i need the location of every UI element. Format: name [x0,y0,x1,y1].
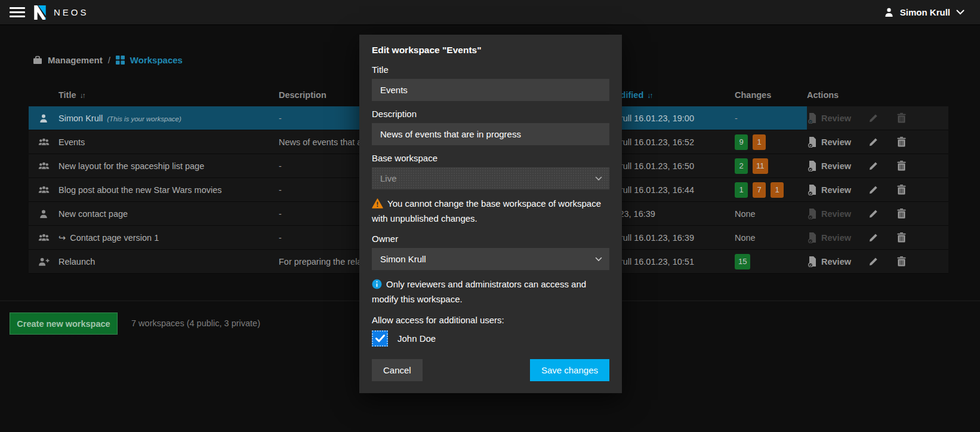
edit-button[interactable] [868,161,879,171]
group-icon [38,137,50,147]
owner-info-note: Only reviewers and administrators can ac… [372,277,609,307]
cancel-button[interactable]: Cancel [372,359,423,381]
workspace-title: Blog post about the new Star Wars movies [58,185,221,195]
badge-changed-count: 7 [753,182,766,198]
changes-cell: None [735,233,807,243]
breadcrumb-workspaces[interactable]: Workspaces [130,55,183,65]
group-icon [38,233,50,243]
title-input[interactable] [372,79,609,101]
workspace-title: Simon Krull [58,114,103,123]
workspace-title: New contact page [58,209,128,219]
owner-label: Owner [372,233,609,244]
badge-new-count: 1 [735,182,748,198]
review-button: Review [807,112,851,124]
badge-changed-count: 11 [753,158,768,174]
review-document-icon [807,256,818,267]
workspace-count-summary: 7 workspaces (4 public, 3 private) [131,318,260,328]
base-workspace-label: Base workspace [372,152,609,164]
badge-new-count: 9 [735,134,748,150]
save-changes-button[interactable]: Save changes [530,359,609,381]
column-header-actions: Actions [807,90,948,100]
sort-icon: ↓↑ [647,91,652,100]
description-input[interactable] [372,123,609,145]
user-menu[interactable]: Simon Krull [884,7,964,17]
edit-button[interactable] [868,137,879,147]
sort-icon: ↓↑ [80,91,85,100]
owner-select[interactable]: Simon Krull [372,248,609,270]
warning-triangle-icon [372,198,383,209]
breadcrumb: Management / Workspaces [33,55,183,65]
workspace-title: Contact page version 1 [70,233,159,243]
delete-button[interactable] [897,161,906,171]
review-document-icon [807,184,818,195]
additional-user-row: John Doe [372,330,609,347]
checkmark-icon [375,335,385,342]
changes-cell: None [735,209,807,219]
review-document-icon [807,112,818,124]
base-workspace-warning: You cannot change the base workspace of … [372,196,609,226]
chevron-down-icon [956,10,964,15]
user-plus-icon [38,257,50,266]
review-button: Review [807,232,851,243]
info-icon [372,279,382,289]
workspace-title: Events [58,137,85,147]
review-document-icon [807,232,818,243]
sub-workspace-arrow-icon: ↪ [58,233,66,243]
edit-button[interactable] [868,256,879,266]
user-access-name: John Doe [397,333,436,344]
user-access-checkbox[interactable] [372,330,388,347]
edit-workspace-dialog: Edit workspace "Events" Title Descriptio… [359,35,622,393]
briefcase-icon [33,56,42,65]
user-icon [884,7,894,17]
title-field-label: Title [372,64,609,75]
delete-button [897,113,906,123]
delete-button[interactable] [897,209,906,219]
changes-cell: - [735,114,807,123]
chevron-down-icon [595,176,602,181]
user-name: Simon Krull [900,7,950,17]
review-button[interactable]: Review [807,160,851,171]
review-button[interactable]: Review [807,256,851,267]
workspace-note: (This is your workspace) [107,115,181,122]
review-button[interactable]: Review [807,184,851,195]
delete-button[interactable] [897,137,906,147]
column-header-title[interactable]: Title↓↑ [58,90,279,100]
breadcrumb-separator: / [108,55,110,65]
workspace-title: New layout for the spaceship list page [58,161,204,171]
badge-new-count: 15 [735,254,750,269]
badge-new-count: 2 [735,158,748,174]
description-field-label: Description [372,108,609,120]
brand-name: NEOS [54,7,89,17]
delete-button[interactable] [897,256,906,266]
neos-logo-icon [32,5,48,20]
user-icon [39,209,48,219]
column-header-changes: Changes [735,90,807,100]
review-document-icon [807,136,818,148]
workspaces-grid-icon [116,56,125,65]
edit-button [868,113,879,123]
review-document-icon [807,208,818,219]
badge-changed-count: 1 [771,182,784,198]
top-bar: NEOS Simon Krull [0,0,980,25]
badge-changed-count: 1 [753,134,766,150]
menu-toggle-icon[interactable] [10,7,25,17]
breadcrumb-management[interactable]: Management [48,55,103,65]
delete-button[interactable] [897,232,906,243]
base-workspace-select: Live [372,167,609,189]
user-icon [39,114,48,123]
workspace-title: Relaunch [58,257,95,266]
dialog-title: Edit workspace "Events" [372,44,609,56]
delete-button[interactable] [897,185,906,195]
edit-button[interactable] [868,209,879,219]
group-icon [38,161,50,171]
edit-button[interactable] [868,185,879,195]
review-button[interactable]: Review [807,136,851,148]
review-document-icon [807,160,818,171]
create-workspace-button[interactable]: Create new workspace [10,312,118,335]
edit-button[interactable] [868,232,879,243]
review-button: Review [807,208,851,219]
group-icon [38,185,50,195]
additional-users-label: Allow access for additional users: [372,315,609,325]
chevron-down-icon [595,257,602,262]
